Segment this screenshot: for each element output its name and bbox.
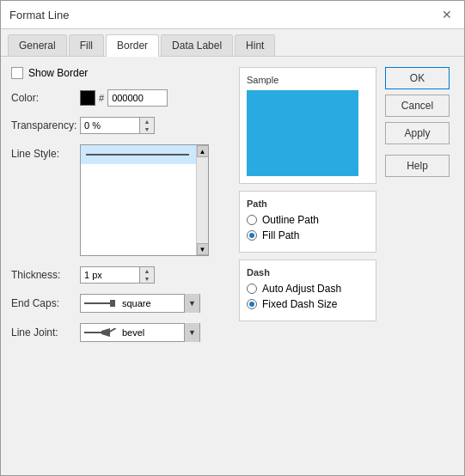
transparency-down-button[interactable]: ▼ (140, 125, 154, 133)
line-joint-dropdown[interactable]: bevel ▼ (80, 323, 200, 342)
end-caps-value: square (117, 298, 184, 308)
svg-rect-0 (84, 302, 112, 304)
line-joint-arrow-icon: ▼ (184, 323, 199, 342)
path-section-label: Path (247, 198, 369, 209)
scrollbar-down-button[interactable]: ▼ (197, 243, 209, 255)
outline-path-radio-row[interactable]: Outline Path (247, 214, 369, 226)
thickness-row: Thickness: ▲ ▼ (11, 266, 230, 284)
thickness-spinner-buttons: ▲ ▼ (140, 266, 155, 284)
right-panel: OK Cancel Apply Help (385, 67, 454, 465)
fixed-dash-radio-row[interactable]: Fixed Dash Size (247, 298, 369, 310)
scrollbar-up-button[interactable]: ▲ (197, 145, 209, 157)
line-joint-icon (84, 328, 117, 337)
tab-general[interactable]: General (8, 34, 67, 56)
line-style-item-solid[interactable] (81, 145, 208, 164)
format-line-dialog: Format Line ✕ General Fill Border Data L… (0, 0, 465, 476)
tab-border[interactable]: Border (106, 34, 159, 57)
line-joint-row: Line Joint: bevel ▼ (11, 323, 230, 342)
color-row: Color: # (11, 89, 230, 107)
line-style-row: Line Style: ▲ ▼ (11, 144, 230, 256)
close-button[interactable]: ✕ (438, 6, 456, 23)
show-border-label: Show Border (28, 67, 88, 79)
tab-bar: General Fill Border Data Label Hint (1, 29, 464, 57)
apply-button[interactable]: Apply (385, 122, 450, 144)
line-style-item-2[interactable] (81, 164, 208, 183)
ok-button[interactable]: OK (385, 67, 450, 89)
tab-hint[interactable]: Hint (235, 34, 275, 56)
title-bar: Format Line ✕ (1, 1, 464, 29)
line-joint-value: bevel (117, 327, 184, 338)
line-style-scrollbar: ▲ ▼ (196, 145, 208, 255)
end-caps-icon (84, 299, 117, 308)
end-caps-dropdown[interactable]: square ▼ (80, 294, 200, 313)
hash-sign: # (99, 93, 104, 103)
transparency-label: Transparency: (11, 119, 80, 131)
outline-path-label: Outline Path (262, 214, 319, 226)
show-border-row: Show Border (11, 67, 230, 79)
line-style-item-5[interactable] (81, 221, 208, 240)
transparency-row: Transparency: ▲ ▼ (11, 117, 230, 134)
sample-box: Sample (239, 67, 376, 184)
fill-path-radio-row[interactable]: Fill Path (247, 229, 369, 241)
line-style-label: Line Style: (11, 144, 80, 160)
color-input-group: # (80, 89, 168, 107)
line-style-item-3[interactable] (81, 183, 208, 202)
line-joint-label: Line Joint: (11, 326, 80, 339)
auto-adjust-dash-radio[interactable] (247, 284, 257, 294)
line-style-listbox[interactable]: ▲ ▼ (80, 144, 209, 256)
cancel-button[interactable]: Cancel (385, 95, 450, 117)
thickness-spinner: ▲ ▼ (80, 266, 155, 284)
path-box: Path Outline Path Fill Path (239, 191, 376, 253)
dialog-content: Show Border Color: # Transparency: ▲ (1, 57, 464, 475)
auto-adjust-dash-label: Auto Adjust Dash (262, 283, 341, 295)
color-label: Color: (11, 92, 80, 104)
dash-box: Dash Auto Adjust Dash Fixed Dash Size (239, 259, 376, 321)
end-caps-arrow-icon: ▼ (184, 294, 199, 313)
show-border-checkbox[interactable] (11, 67, 23, 79)
line-style-item-4[interactable] (81, 202, 208, 221)
color-hex-input[interactable] (107, 89, 168, 107)
transparency-input[interactable] (80, 117, 140, 134)
dialog-title: Format Line (9, 9, 69, 21)
help-button[interactable]: Help (385, 155, 450, 177)
outline-path-radio[interactable] (247, 215, 257, 225)
tab-fill[interactable]: Fill (69, 34, 104, 56)
dash-section-label: Dash (247, 267, 369, 278)
thickness-up-button[interactable]: ▲ (140, 267, 154, 275)
thickness-down-button[interactable]: ▼ (140, 275, 154, 283)
auto-adjust-dash-radio-row[interactable]: Auto Adjust Dash (247, 283, 369, 295)
sample-preview (247, 90, 358, 176)
tab-data-label[interactable]: Data Label (161, 34, 233, 56)
middle-panel: Sample Path Outline Path Fill Path Dash (239, 67, 376, 465)
fill-path-label: Fill Path (262, 229, 299, 241)
fill-path-radio[interactable] (247, 230, 257, 241)
thickness-input[interactable] (80, 266, 140, 284)
left-panel: Show Border Color: # Transparency: ▲ (11, 67, 230, 465)
sample-label: Sample (247, 75, 278, 85)
color-swatch[interactable] (80, 90, 95, 106)
fixed-dash-radio[interactable] (247, 299, 257, 309)
fixed-dash-label: Fixed Dash Size (262, 298, 337, 310)
svg-rect-1 (110, 300, 115, 307)
svg-rect-2 (84, 332, 101, 333)
thickness-label: Thickness: (11, 269, 80, 281)
transparency-spinner-buttons: ▲ ▼ (140, 117, 155, 134)
end-caps-label: End Caps: (11, 297, 80, 309)
transparency-spinner: ▲ ▼ (80, 117, 155, 134)
end-caps-row: End Caps: square ▼ (11, 294, 230, 313)
transparency-up-button[interactable]: ▲ (140, 118, 154, 125)
